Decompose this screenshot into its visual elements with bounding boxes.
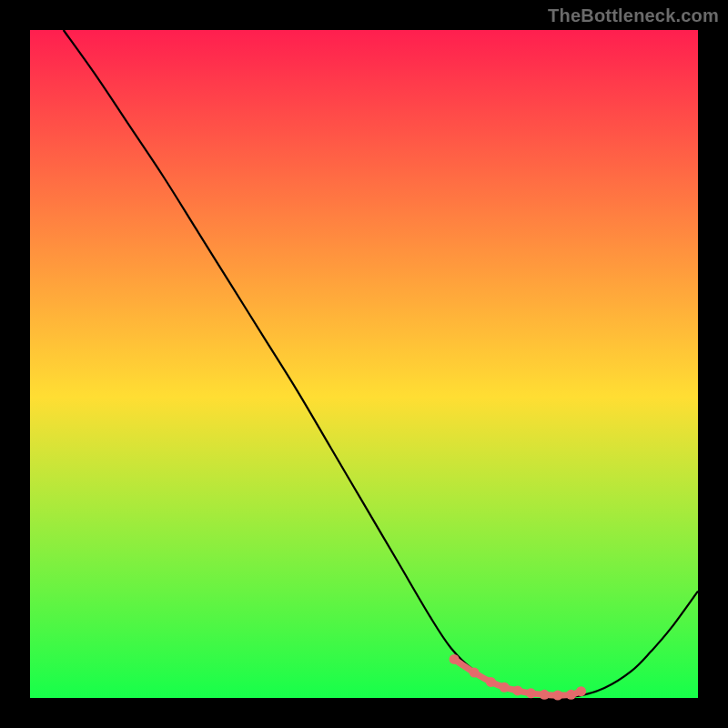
highlight-dot	[450, 654, 460, 664]
chart-container: TheBottleneck.com	[0, 0, 728, 728]
highlight-dot	[500, 682, 510, 693]
highlight-dot	[486, 677, 496, 687]
chart-svg	[0, 0, 728, 728]
watermark-text: TheBottleneck.com	[548, 5, 719, 26]
highlight-dot	[512, 685, 522, 695]
highlight-dot	[552, 691, 562, 701]
gradient-plot-area	[30, 30, 698, 698]
highlight-dot	[470, 668, 480, 678]
highlight-dot	[566, 690, 576, 700]
highlight-dot	[526, 688, 536, 698]
highlight-dot	[576, 686, 586, 696]
highlight-dot	[540, 690, 550, 700]
